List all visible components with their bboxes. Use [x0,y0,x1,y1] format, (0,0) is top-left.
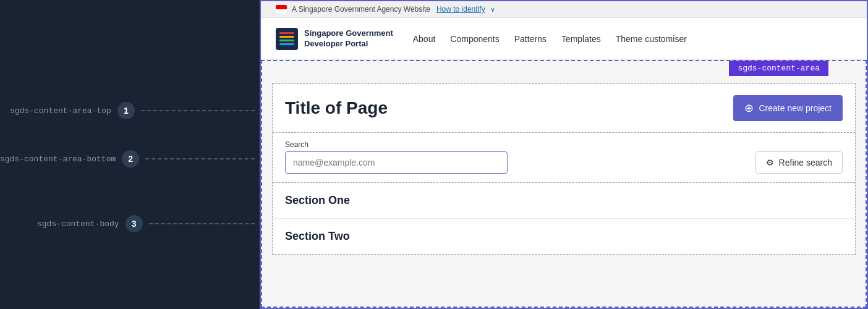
logo-line-green [279,40,294,41]
nav-link-patterns[interactable]: Patterns [514,34,547,44]
annotation-top-label: sgds-content-area-top [10,106,111,116]
page-title: Title of Page [285,98,388,118]
annotation-number-2: 2 [122,150,139,167]
left-annotation-panel: sgds-content-area-top 1 sgds-content-are… [0,0,260,309]
section-two: Section Two [273,219,855,254]
search-section: Search ⚙ Refine search [273,133,855,183]
annotation-line-1 [141,110,255,111]
annotation-body-label: sgds-content-body [37,219,119,229]
logo-line-red [279,32,294,34]
logo-area: Singapore Government Developer Portal [276,28,393,50]
sgds-content-body: Section One Section Two [273,183,855,254]
logo-line-orange [279,36,294,38]
section-one-title: Section One [285,194,843,207]
nav-link-about[interactable]: About [413,34,436,44]
how-to-identify-link[interactable]: How to identify [436,5,485,14]
search-label: Search [285,140,746,149]
annotation-2: sgds-content-area-bottom 2 [0,150,260,167]
content-inner-box: Title of Page ⊕ Create new project Searc… [272,83,856,255]
singapore-flag-icon [276,5,287,14]
section-two-title: Section Two [285,230,843,243]
create-new-project-button[interactable]: ⊕ Create new project [733,95,843,121]
nav-link-components[interactable]: Components [450,34,499,44]
section-one: Section One [273,183,855,219]
chevron-down-icon: ∨ [490,6,495,14]
content-area-label: sgds-content-area [729,61,828,76]
website-panel: A Singapore Government Agency Website Ho… [260,0,868,309]
nav-link-theme-customiser[interactable]: Theme customiser [616,34,687,44]
annotation-line-3 [149,223,255,224]
gov-banner-text: A Singapore Government Agency Website [292,5,430,14]
annotation-line-2 [145,158,255,159]
annotation-number-3: 3 [126,215,143,232]
create-button-label: Create new project [759,103,832,113]
site-logo-text: Singapore Government Developer Portal [304,28,393,49]
nav-links: About Components Patterns Templates Them… [413,34,852,44]
nav-link-templates[interactable]: Templates [561,34,601,44]
nav-header: Singapore Government Developer Portal Ab… [261,18,867,60]
refine-button-label: Refine search [779,158,832,167]
annotation-number-1: 1 [117,102,135,119]
annotation-1: sgds-content-area-top 1 [0,102,260,119]
annotation-bottom-label: sgds-content-area-bottom [0,154,116,164]
sliders-icon: ⚙ [766,158,774,167]
search-input[interactable] [285,151,508,174]
annotation-3: sgds-content-body 3 [0,215,260,232]
site-logo-icon [276,28,298,50]
sgds-content-area: sgds-content-area Title of Page ⊕ Create… [261,60,867,308]
search-field-wrap: Search [285,140,746,174]
sgds-content-area-bottom: Search ⚙ Refine search Section One Secti… [273,133,855,254]
refine-search-button[interactable]: ⚙ Refine search [755,151,843,174]
logo-line-blue [279,43,294,45]
gov-banner: A Singapore Government Agency Website Ho… [261,1,867,18]
sgds-content-area-top: Title of Page ⊕ Create new project [273,84,855,133]
plus-circle-icon: ⊕ [744,101,754,115]
